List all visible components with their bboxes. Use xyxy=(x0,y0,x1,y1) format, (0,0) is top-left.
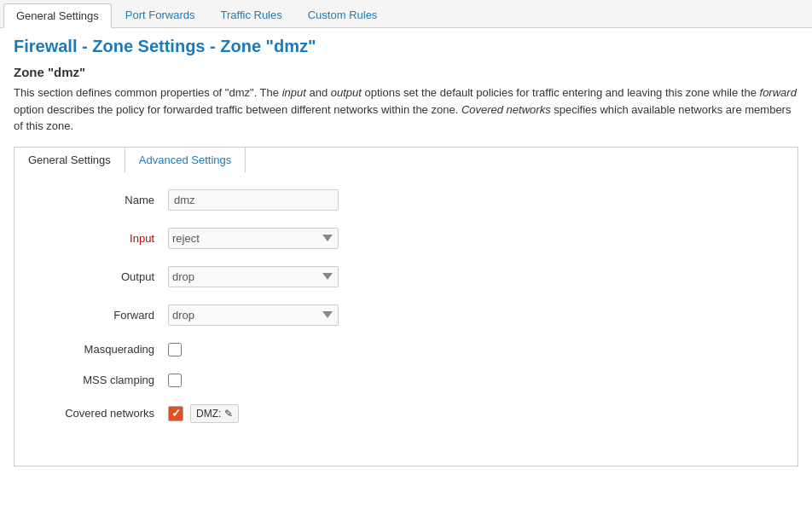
output-emphasis: output xyxy=(331,86,362,99)
form-area: Name Input accept reject drop Output acc… xyxy=(14,172,798,467)
forward-row: Forward accept reject drop xyxy=(32,304,780,326)
forward-select[interactable]: accept reject drop xyxy=(168,304,339,326)
inner-tab-advanced-settings[interactable]: Advanced Settings xyxy=(125,148,246,172)
forward-emphasis: forward xyxy=(760,86,797,99)
output-row: Output accept reject drop xyxy=(32,266,780,287)
mss-clamping-row: MSS clamping xyxy=(32,374,780,387)
name-label: Name xyxy=(32,194,168,206)
masquerading-row: Masquerading xyxy=(32,343,780,356)
input-label: Input xyxy=(32,232,168,245)
tab-custom-rules[interactable]: Custom Rules xyxy=(296,3,390,27)
input-row: Input accept reject drop xyxy=(32,228,780,249)
forward-label: Forward xyxy=(32,309,168,322)
tab-traffic-rules[interactable]: Traffic Rules xyxy=(208,3,293,27)
network-badge: DMZ: ✎ xyxy=(190,404,239,423)
name-row: Name xyxy=(32,189,780,211)
input-select[interactable]: accept reject drop xyxy=(168,228,339,249)
page-content: Firewall - Zone Settings - Zone "dmz" Zo… xyxy=(0,28,812,484)
network-badge-edit-icon[interactable]: ✎ xyxy=(224,408,233,420)
output-label: Output xyxy=(32,270,168,283)
tab-port-forwards[interactable]: Port Forwards xyxy=(113,3,207,27)
name-input[interactable] xyxy=(168,189,339,211)
masquerading-label: Masquerading xyxy=(32,343,168,356)
page-title: Firewall - Zone Settings - Zone "dmz" xyxy=(14,37,798,56)
mss-clamping-label: MSS clamping xyxy=(32,374,168,386)
tab-general-settings[interactable]: General Settings xyxy=(3,3,112,28)
inner-tab-general-settings[interactable]: General Settings xyxy=(14,148,125,173)
input-emphasis: input xyxy=(282,86,306,99)
covered-networks-checkbox[interactable] xyxy=(168,406,183,421)
mss-clamping-checkbox[interactable] xyxy=(168,374,182,387)
covered-networks-row: Covered networks DMZ: ✎ xyxy=(32,404,780,423)
network-badge-label: DMZ: xyxy=(196,408,221,420)
covered-networks-emphasis: Covered networks xyxy=(461,103,551,116)
top-tab-bar: General Settings Port Forwards Traffic R… xyxy=(0,0,812,28)
section-description: dmz This section defines common properti… xyxy=(14,84,798,135)
output-select[interactable]: accept reject drop xyxy=(168,266,339,287)
covered-networks-label: Covered networks xyxy=(32,407,168,420)
masquerading-checkbox[interactable] xyxy=(168,343,182,356)
section-title: Zone "dmz" xyxy=(14,65,798,79)
inner-tab-bar: General Settings Advanced Settings xyxy=(14,147,798,172)
